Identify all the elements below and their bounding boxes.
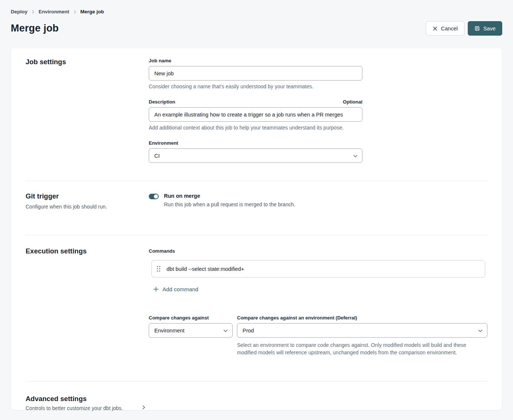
run-on-merge-description: Run this job when a pull request is merg… [164, 201, 295, 207]
close-icon [433, 26, 438, 31]
run-on-merge-toggle[interactable] [149, 194, 159, 199]
environment-label: Environment [149, 140, 178, 146]
add-command-label: Add command [162, 286, 198, 292]
breadcrumb: Deploy Environment Merge job [11, 9, 502, 14]
job-name-helper: Consider choosing a name that's easily u… [149, 83, 487, 89]
description-optional-tag: Optional [343, 99, 362, 105]
cancel-button-label: Cancel [441, 26, 458, 32]
deferral-helper: Select an environment to compare code ch… [237, 341, 482, 357]
advanced-settings-subtitle: Controls to better customize your dbt jo… [26, 405, 141, 411]
execution-settings-title: Execution settings [26, 247, 149, 255]
description-label: Description [149, 99, 175, 105]
environment-select-value: CI [154, 153, 160, 159]
chevron-down-icon [478, 328, 483, 334]
plus-icon [153, 286, 159, 292]
breadcrumb-deploy[interactable]: Deploy [11, 9, 27, 14]
header-actions: Cancel Save [426, 21, 502, 36]
deferral-select[interactable]: Prod [237, 323, 487, 338]
save-icon [474, 26, 480, 31]
section-job-settings: Job settings Job name Consider choosing … [26, 48, 487, 181]
run-on-merge-row: Run on merge Run this job when a pull re… [149, 192, 487, 207]
run-on-merge-label: Run on merge [164, 193, 295, 199]
job-name-label: Job name [149, 58, 171, 63]
section-execution-settings: Execution settings Commands dbt build --… [26, 235, 487, 381]
drag-handle-icon[interactable] [157, 266, 160, 272]
environment-field-group: Environment CI [149, 140, 487, 163]
git-trigger-title: Git trigger [26, 192, 149, 200]
environment-select[interactable]: CI [149, 148, 362, 163]
page-header: Deploy Environment Merge job Merge job C… [0, 0, 513, 36]
chevron-right-icon [73, 10, 77, 14]
compare-changes-select[interactable]: Environment [149, 323, 233, 338]
commands-label: Commands [149, 248, 175, 254]
compare-changes-value: Environment [154, 328, 184, 334]
job-name-field-group: Job name Consider choosing a name that's… [149, 58, 487, 89]
deferral-value: Prod [243, 328, 254, 334]
cancel-button[interactable]: Cancel [426, 21, 464, 36]
description-input[interactable] [149, 107, 362, 122]
section-git-trigger: Git trigger Configure when this job shou… [26, 181, 487, 235]
breadcrumb-merge-job: Merge job [80, 9, 104, 14]
chevron-right-icon [31, 10, 35, 14]
compare-fields: Compare changes against Environment Comp… [149, 315, 487, 357]
chevron-down-icon [353, 153, 358, 159]
job-settings-card: Job settings Job name Consider choosing … [11, 48, 502, 410]
expand-chevron-right-icon[interactable] [141, 405, 146, 410]
git-trigger-subtitle: Configure when this job should run. [26, 204, 149, 210]
page-title: Merge job [11, 23, 59, 34]
chevron-down-icon [223, 328, 228, 334]
description-field-group: Description Optional Add additional cont… [149, 99, 487, 131]
section-advanced-settings[interactable]: Advanced settings Controls to better cus… [26, 381, 487, 411]
job-settings-title: Job settings [26, 58, 149, 66]
deferral-label: Compare changes against an environment (… [237, 315, 357, 321]
save-button-label: Save [483, 26, 496, 32]
job-name-input[interactable] [149, 66, 362, 81]
breadcrumb-environment[interactable]: Environment [39, 9, 69, 14]
save-button[interactable]: Save [468, 21, 502, 36]
advanced-settings-title: Advanced settings [26, 395, 141, 403]
description-helper: Add additional context about this job to… [149, 125, 487, 131]
add-command-button[interactable]: Add command [153, 286, 198, 292]
merge-job-page: Deploy Environment Merge job Merge job C… [0, 0, 513, 420]
command-text[interactable]: dbt build --select state:modified+ [167, 266, 244, 272]
compare-changes-label: Compare changes against [149, 315, 209, 321]
command-row: dbt build --select state:modified+ [151, 260, 485, 278]
